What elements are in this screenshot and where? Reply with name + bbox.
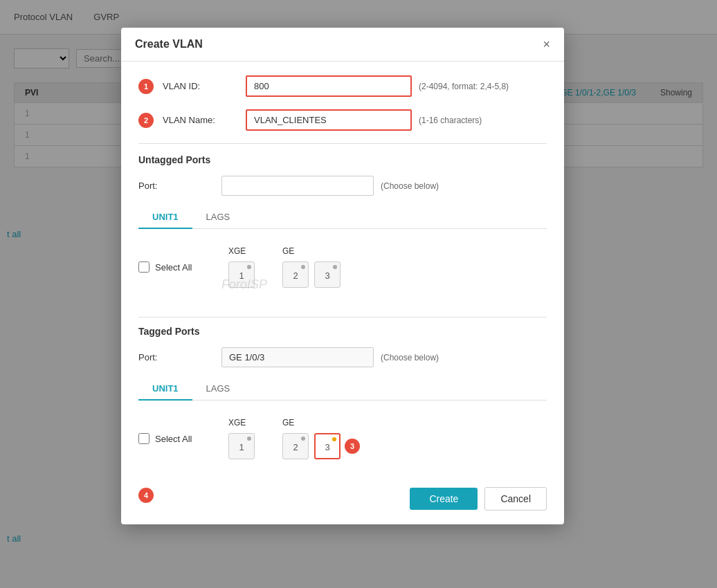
untagged-xge-label: XGE (228, 246, 246, 256)
tagged-tabs: UNIT1 LAGS (138, 378, 547, 401)
create-button[interactable]: Create (410, 488, 478, 510)
modal-body: 1 VLAN ID: (2-4094, format: 2,4-5,8) 2 V… (121, 62, 564, 480)
untagged-port-ge-2[interactable]: 2 (282, 261, 309, 288)
badge-4: 4 (138, 488, 154, 503)
port-number: 2 (293, 270, 298, 281)
tagged-ge-group: GE 2 3 3 (282, 418, 360, 459)
tagged-port-grid: Select All XGE 1 GE (138, 411, 547, 466)
untagged-select-all-label: Select All (155, 262, 192, 273)
untagged-ge-group: GE 2 3 (282, 246, 341, 288)
tagged-select-all-checkbox[interactable] (138, 433, 149, 444)
tagged-port-row: Port: (Choose below) (138, 347, 547, 367)
tagged-select-all-row: Select All (138, 433, 215, 444)
tagged-port-label: Port: (138, 352, 221, 362)
tagged-ports-title: Tagged Ports (138, 326, 547, 337)
vlan-id-label: VLAN ID: (163, 81, 246, 91)
create-vlan-modal: Create VLAN × 1 VLAN ID: (2-4094, format… (121, 28, 564, 524)
vlan-id-row: 1 VLAN ID: (2-4094, format: 2,4-5,8) (138, 75, 547, 97)
port-number: 3 (325, 270, 329, 281)
port-dot (301, 265, 305, 269)
tagged-select-all-label: Select All (155, 434, 192, 444)
untagged-tabs: UNIT1 LAGS (138, 206, 547, 229)
untagged-port-input[interactable] (221, 176, 374, 196)
tagged-port-xge-1[interactable]: 1 (228, 433, 255, 459)
tagged-tab-unit1[interactable]: UNIT1 (138, 378, 192, 401)
tagged-xge-group: XGE 1 (228, 418, 255, 459)
untagged-port-ge-3[interactable]: 3 (314, 261, 341, 288)
port-number: 3 (325, 442, 329, 452)
untagged-tab-lags[interactable]: LAGS (192, 206, 244, 229)
untagged-port-hint: (Choose below) (381, 181, 439, 191)
vlan-name-hint: (1-16 characters) (419, 116, 482, 125)
port-dot (247, 265, 251, 269)
modal-close-button[interactable]: × (543, 38, 550, 50)
vlan-id-input-wrap: (2-4094, format: 2,4-5,8) (246, 75, 547, 97)
untagged-port-row: Port: (Choose below) (138, 176, 547, 196)
vlan-name-input-wrap: (1-16 characters) (246, 109, 547, 131)
modal-header: Create VLAN × (121, 28, 564, 62)
badge-1: 1 (138, 79, 154, 94)
vlan-name-row: 2 VLAN Name: (1-16 characters) (138, 109, 547, 131)
port-dot (247, 437, 251, 441)
modal-title: Create VLAN (135, 38, 203, 50)
untagged-port-grid: Select All XGE 1 GE (138, 239, 547, 295)
foroISP-watermark: ForoISP (221, 277, 267, 292)
untagged-ge-label: GE (282, 246, 294, 256)
untagged-select-all-checkbox[interactable] (138, 261, 149, 273)
badge-3: 3 (345, 439, 360, 454)
untagged-ge-ports: 2 3 (282, 261, 341, 288)
modal-footer: 4 Create Cancel (121, 480, 564, 511)
vlan-name-label: VLAN Name: (163, 115, 246, 125)
vlan-name-input[interactable] (246, 109, 412, 131)
divider-1 (138, 143, 547, 144)
tagged-ge-label: GE (282, 418, 294, 428)
untagged-tab-unit1[interactable]: UNIT1 (138, 206, 192, 229)
vlan-id-hint: (2-4094, format: 2,4-5,8) (419, 82, 509, 91)
tagged-port-input[interactable] (221, 347, 374, 367)
port-dot (332, 437, 336, 441)
untagged-port-label: Port: (138, 181, 221, 191)
vlan-id-input[interactable] (246, 75, 412, 97)
tagged-port-hint: (Choose below) (381, 353, 439, 362)
port-dot (301, 437, 305, 441)
divider-2 (138, 317, 547, 318)
untagged-select-all-row: Select All (138, 261, 215, 273)
tagged-xge-label: XGE (228, 418, 246, 428)
tagged-port-ge-2[interactable]: 2 (282, 433, 309, 459)
port-number: 2 (293, 442, 298, 452)
cancel-button[interactable]: Cancel (484, 487, 547, 511)
tagged-port-ge-3-wrap: 3 3 (314, 433, 360, 459)
tagged-port-ge-3[interactable]: 3 (314, 433, 341, 459)
tagged-tab-lags[interactable]: LAGS (192, 378, 244, 401)
port-dot (333, 265, 337, 269)
badge-2: 2 (138, 113, 154, 128)
untagged-ports-title: Untagged Ports (138, 154, 547, 165)
port-number: 1 (239, 442, 244, 452)
tagged-ge-ports: 2 3 3 (282, 433, 360, 459)
tagged-xge-ports: 1 (228, 433, 255, 459)
